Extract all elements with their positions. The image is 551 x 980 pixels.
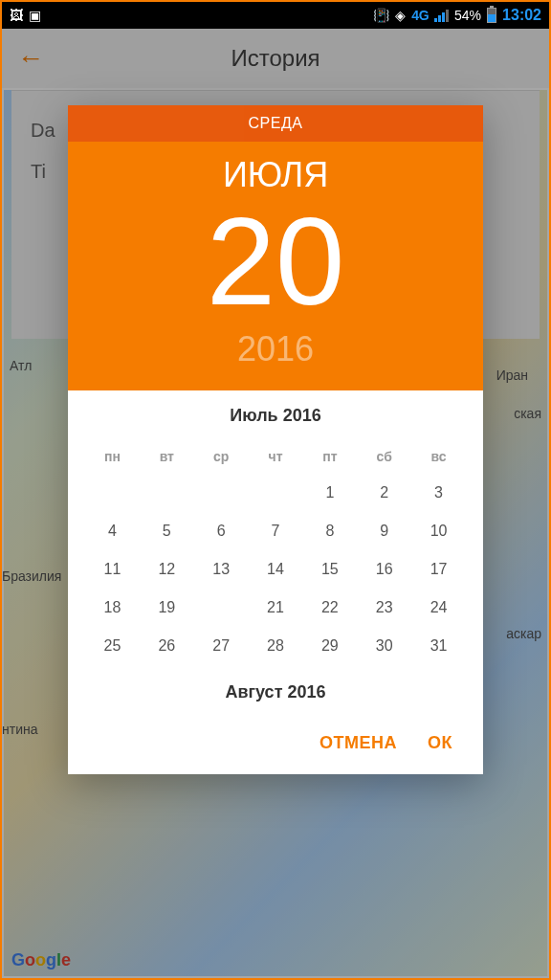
signal-icon	[434, 9, 449, 22]
datepicker-actions: ОТМЕНА ОК	[68, 712, 483, 774]
calendar-day[interactable]: 30	[357, 627, 411, 665]
calendar-empty-cell	[140, 474, 194, 512]
network-label: 4G	[411, 8, 429, 23]
calendar-day[interactable]: 13	[194, 550, 249, 589]
datepicker-day: 20	[68, 199, 483, 323]
modal-overlay[interactable]: СРЕДА ИЮЛЯ 20 2016 Июль 2016 пнвтсрчтптс…	[2, 29, 549, 978]
calendar-day[interactable]: 3	[411, 474, 466, 512]
calendar-day[interactable]: 28	[249, 627, 303, 665]
calendar-day[interactable]: 8	[302, 512, 357, 550]
calendar-day[interactable]: 15	[302, 550, 357, 589]
calendar-day[interactable]: 14	[249, 550, 303, 589]
play-store-icon: ▣	[29, 8, 41, 23]
datepicker-month: ИЮЛЯ	[68, 155, 483, 195]
calendar-day[interactable]: 10	[411, 512, 466, 550]
calendar-next-month-title: Август 2016	[85, 682, 466, 702]
calendar-day[interactable]: 20	[194, 589, 249, 627]
datepicker-dialog: СРЕДА ИЮЛЯ 20 2016 Июль 2016 пнвтсрчтптс…	[68, 105, 483, 774]
datepicker-year[interactable]: 2016	[68, 329, 483, 369]
datepicker-main-header[interactable]: ИЮЛЯ 20 2016	[68, 142, 483, 390]
calendar-day[interactable]: 17	[411, 550, 466, 589]
calendar-day[interactable]: 18	[85, 589, 140, 627]
calendar-day[interactable]: 26	[140, 627, 194, 665]
calendar-day[interactable]: 23	[357, 589, 411, 627]
status-right: 📳 ◈ 4G 54% 13:02	[373, 7, 541, 24]
calendar-day[interactable]: 4	[85, 512, 140, 550]
calendar-dow-header: пт	[302, 439, 357, 474]
calendar-day[interactable]: 21	[249, 589, 303, 627]
calendar-day[interactable]: 5	[140, 512, 194, 550]
calendar-empty-cell	[194, 474, 249, 512]
calendar-day[interactable]: 9	[357, 512, 411, 550]
datepicker-dow-header: СРЕДА	[68, 105, 483, 142]
calendar-dow-header: вс	[411, 439, 466, 474]
calendar-day[interactable]: 11	[85, 550, 140, 589]
calendar-dow-header: ср	[194, 439, 249, 474]
calendar-day[interactable]: 2	[357, 474, 411, 512]
calendar-day[interactable]: 19	[140, 589, 194, 627]
wifi-icon: ◈	[395, 8, 406, 23]
cancel-button[interactable]: ОТМЕНА	[320, 733, 397, 753]
calendar-day[interactable]: 16	[357, 550, 411, 589]
calendar-day[interactable]: 6	[194, 512, 249, 550]
calendar-day[interactable]: 12	[140, 550, 194, 589]
calendar-dow-header: сб	[357, 439, 411, 474]
calendar-dow-header: чт	[249, 439, 303, 474]
calendar-empty-cell	[249, 474, 303, 512]
gallery-icon: 🖼	[10, 8, 23, 23]
calendar-day[interactable]: 24	[411, 589, 466, 627]
calendar-day[interactable]: 31	[411, 627, 466, 665]
calendar-empty-cell	[85, 474, 140, 512]
battery-icon	[487, 8, 496, 23]
battery-percent: 54%	[454, 8, 481, 23]
calendar-day[interactable]: 7	[249, 512, 303, 550]
ok-button[interactable]: ОК	[428, 733, 452, 753]
vibrate-icon: 📳	[373, 8, 389, 23]
calendar-day[interactable]: 29	[302, 627, 357, 665]
clock: 13:02	[502, 7, 541, 24]
calendar-day[interactable]: 27	[194, 627, 249, 665]
calendar-grid: пнвтсрчтптсбвс12345678910111213141516171…	[85, 439, 466, 665]
calendar-day[interactable]: 22	[302, 589, 357, 627]
calendar-day[interactable]: 25	[85, 627, 140, 665]
calendar-day[interactable]: 1	[302, 474, 357, 512]
calendar-dow-header: пн	[85, 439, 140, 474]
status-bar: 🖼 ▣ 📳 ◈ 4G 54% 13:02	[2, 2, 549, 29]
status-left: 🖼 ▣	[10, 8, 41, 23]
calendar-month-title: Июль 2016	[85, 406, 466, 426]
datepicker-calendar: Июль 2016 пнвтсрчтптсбвс1234567891011121…	[68, 390, 483, 712]
calendar-dow-header: вт	[140, 439, 194, 474]
